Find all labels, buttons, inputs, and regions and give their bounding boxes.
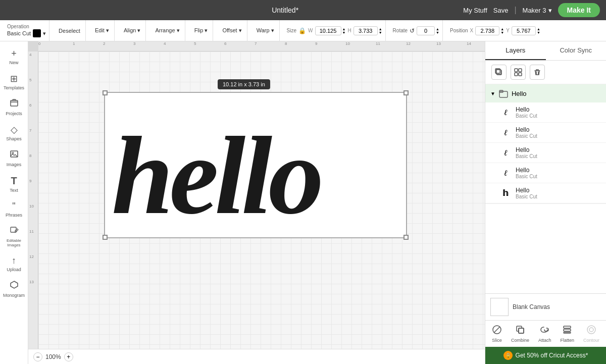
size-h-down[interactable]: ▼	[379, 31, 382, 34]
layer-group-hello: ▼ Hello ℓ Hello Basic Cut ℓ	[485, 84, 606, 204]
size-w-label: W	[308, 28, 313, 33]
zoom-in-button[interactable]: +	[64, 352, 73, 361]
operation-label: Operation	[7, 24, 46, 29]
chevron-down-icon: ▾	[239, 27, 242, 33]
position-x-up[interactable]: ▲	[500, 27, 504, 31]
position-y-input[interactable]	[512, 26, 536, 35]
sidebar-item-projects[interactable]: Projects	[2, 95, 27, 119]
offset-button[interactable]: Offset ▾	[220, 26, 243, 35]
rotate-down[interactable]: ▼	[436, 31, 439, 34]
flatten-tool[interactable]: Flatten	[560, 325, 574, 343]
maker-selector[interactable]: Maker 3 ▾	[523, 7, 552, 14]
tab-layers[interactable]: Layers	[485, 41, 546, 60]
position-y-label: Y	[506, 28, 510, 33]
group-icon	[498, 88, 509, 98]
sidebar-item-upload[interactable]: ↑ Upload	[2, 252, 27, 275]
size-w-input[interactable]	[315, 26, 341, 35]
promo-text: Get 50% off Cricut Access*	[516, 352, 588, 359]
align-button[interactable]: Align ▾	[122, 26, 143, 35]
arrange-group: Arrange ▾	[150, 20, 185, 41]
main-area: + New ⊞ Templates Projects ◇ Shapes Imag…	[0, 41, 606, 364]
deselect-button[interactable]: Deselect	[57, 27, 82, 35]
svg-rect-10	[515, 69, 518, 72]
expand-icon: ▼	[490, 91, 495, 96]
chevron-down-icon: ▾	[43, 30, 46, 37]
position-y-up[interactable]: ▲	[537, 27, 540, 31]
sidebar-item-monogram[interactable]: Monogram	[2, 277, 27, 301]
svg-rect-20	[564, 326, 571, 328]
size-h-input[interactable]	[354, 26, 378, 35]
my-stuff-button[interactable]: My Stuff	[463, 7, 487, 14]
sidebar-item-new[interactable]: + New	[2, 45, 27, 68]
canvas-area[interactable]: 0 1 2 3 4 5 6 7 8 9 10 11 12 13 14 4 5 6…	[28, 41, 485, 364]
promo-banner[interactable]: 🔒 Get 50% off Cricut Access*	[485, 347, 606, 364]
warp-button[interactable]: Warp ▾	[255, 26, 276, 35]
list-item[interactable]: ℓ Hello Basic Cut	[485, 143, 606, 163]
layer-icon-3: ℓ	[499, 167, 512, 179]
list-item[interactable]: ℓ Hello Basic Cut	[485, 123, 606, 143]
position-y-down[interactable]: ▼	[537, 31, 540, 34]
slice-icon	[492, 325, 502, 337]
plus-icon: +	[11, 48, 17, 59]
save-button[interactable]: Save	[493, 7, 509, 14]
ruler-left: 4 5 6 7 8 9 10 11 12 13	[28, 51, 38, 364]
deselect-group: Deselect	[54, 20, 86, 41]
rotate-up[interactable]: ▲	[436, 27, 439, 31]
size-w-input-group: ▲ ▼	[315, 26, 346, 35]
list-item[interactable]: 𝕙 Hello Basic Cut	[485, 183, 606, 203]
group-layers-button[interactable]	[511, 65, 526, 80]
tab-color-sync[interactable]: Color Sync	[546, 41, 607, 60]
sidebar-item-phrases[interactable]: " Phrases	[2, 198, 27, 221]
size-h-up[interactable]: ▲	[379, 27, 382, 31]
size-w-down[interactable]: ▼	[342, 31, 346, 34]
list-item[interactable]: ℓ Hello Basic Cut	[485, 163, 606, 183]
color-swatch[interactable]	[33, 29, 41, 37]
size-w-up[interactable]: ▲	[342, 27, 346, 31]
sidebar-item-editable-images[interactable]: Editable Images	[2, 223, 27, 250]
list-item[interactable]: ℓ Hello Basic Cut	[485, 102, 606, 123]
sidebar-item-images[interactable]: Images	[2, 146, 27, 170]
duplicate-layer-button[interactable]	[491, 65, 507, 80]
projects-icon	[10, 98, 19, 110]
divider: |	[514, 6, 516, 15]
make-it-button[interactable]: Make It	[558, 3, 600, 17]
layer-group-header[interactable]: ▼ Hello	[485, 84, 606, 102]
chevron-down-icon: ▾	[548, 7, 552, 14]
svg-point-2	[12, 152, 14, 154]
delete-layer-button[interactable]	[530, 65, 545, 80]
rotate-label: Rotate	[393, 28, 408, 33]
zoom-out-button[interactable]: −	[33, 352, 42, 361]
panel-actions	[485, 61, 606, 84]
attach-icon	[540, 325, 550, 337]
sidebar-item-shapes[interactable]: ◇ Shapes	[2, 121, 27, 144]
svg-rect-11	[519, 69, 522, 72]
group-name: Hello	[512, 90, 527, 97]
slice-tool[interactable]: Slice	[492, 325, 502, 343]
images-icon	[10, 149, 19, 161]
svg-rect-22	[564, 332, 571, 333]
flip-group: Flip ▾	[189, 20, 214, 41]
svg-point-23	[587, 326, 595, 334]
promo-lock-icon: 🔒	[503, 351, 513, 360]
combine-tool[interactable]: Combine	[511, 325, 529, 343]
position-x-label: X	[470, 28, 474, 33]
combine-icon	[515, 325, 525, 337]
layer-icon-1: ℓ	[499, 127, 512, 139]
sidebar-item-text[interactable]: T Text	[2, 172, 27, 196]
zoom-level: 100%	[45, 353, 61, 360]
flip-button[interactable]: Flip ▾	[192, 26, 210, 35]
operation-select[interactable]: Basic Cut ▾	[7, 29, 46, 37]
warp-group: Warp ▾	[251, 20, 280, 41]
arrange-button[interactable]: Arrange ▾	[153, 26, 181, 35]
attach-tool[interactable]: Attach	[538, 325, 551, 343]
rotate-input[interactable]	[417, 26, 435, 35]
edit-button[interactable]: Edit ▾	[93, 26, 111, 35]
size-h-input-group: ▲ ▼	[354, 26, 382, 35]
chevron-down-icon: ▾	[137, 27, 140, 33]
layers-list: ▼ Hello ℓ Hello Basic Cut ℓ	[485, 84, 606, 293]
sidebar-item-templates[interactable]: ⊞ Templates	[2, 70, 27, 93]
dimension-tooltip: 10.12 in x 3.73 in	[218, 79, 270, 89]
position-x-down[interactable]: ▼	[500, 31, 504, 34]
svg-rect-0	[11, 100, 18, 106]
position-x-input[interactable]	[475, 26, 499, 35]
